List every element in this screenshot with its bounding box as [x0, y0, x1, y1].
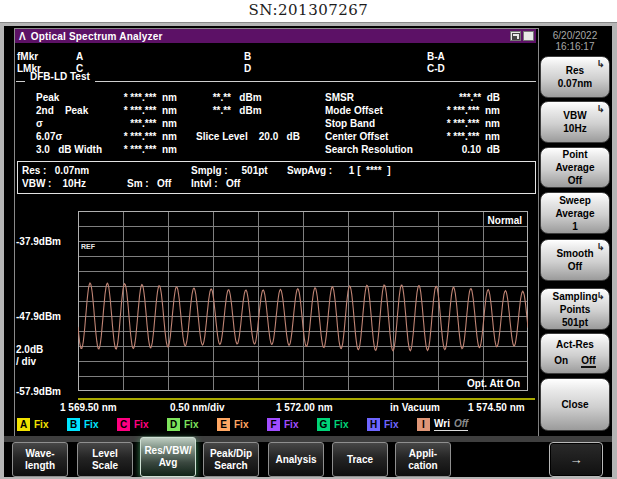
- act-res-off-option[interactable]: Off: [581, 355, 595, 368]
- y-label-ref: -37.9dBm: [16, 236, 61, 247]
- maximize-button[interactable]: [523, 31, 534, 41]
- app-logo-icon: Λ: [19, 31, 26, 42]
- test-row: 6.07σ * ***.*** nm Slice Level 20.0 dB C…: [4, 131, 612, 143]
- trace-a-button[interactable]: A Fix: [17, 418, 48, 431]
- submenu-arrow-icon: ↳: [597, 58, 605, 69]
- submenu-arrow-icon: ↳: [597, 103, 605, 114]
- param-value-1: * ***.*** nm: [60, 92, 177, 103]
- test-row: Peak * ***.*** nm **.** dBm SMSR ***.** …: [4, 92, 612, 104]
- softkey-label: Close: [561, 399, 588, 410]
- x-medium-label: in Vacuum: [390, 402, 440, 413]
- act-res-on-option[interactable]: On: [554, 355, 568, 368]
- trace-letter-badge: H: [367, 418, 380, 431]
- trace-g-button[interactable]: G Fix: [317, 418, 348, 431]
- menu-label: Appli-: [409, 448, 437, 460]
- param-name-right: SMSR: [325, 92, 354, 103]
- param-name-right: Mode Offset: [325, 105, 383, 116]
- submenu-arrow-icon: ↳: [597, 241, 605, 252]
- ref-level-label: REF: [81, 243, 95, 250]
- optical-attenuator-label: Opt. Att On: [467, 378, 520, 389]
- trace-write-state: Wri Off: [434, 418, 468, 431]
- param-value-right: 0.10 dB: [376, 144, 500, 155]
- param-value-2: Slice Level 20.0 dB: [196, 131, 300, 142]
- softkey-point-average[interactable]: Point Average Off: [540, 147, 610, 188]
- trace-e-button[interactable]: E Fix: [217, 418, 248, 431]
- y-scale-unit: / div: [16, 356, 36, 367]
- submenu-arrow-icon: ↳: [597, 290, 605, 301]
- menu-analysis[interactable]: Analysis: [268, 442, 324, 477]
- menu-label: length: [25, 460, 55, 472]
- trace-d-button[interactable]: D Fix: [167, 418, 198, 431]
- datetime-display: 6/20/2022 16:16:17: [540, 30, 610, 52]
- trace-state-label: Fix: [184, 419, 198, 430]
- menu-trace[interactable]: Trace: [332, 442, 388, 477]
- param-value-1: * ***.*** nm: [60, 105, 177, 116]
- softkey-label: Smooth: [556, 248, 593, 259]
- instrument-screen: Λ Optical Spectrum Analyzer 6/20/2022 16…: [4, 26, 612, 477]
- menu-peak-dip-search[interactable]: Peak/Dip Search: [203, 442, 259, 477]
- softkey-smooth[interactable]: ↳ Smooth Off: [540, 239, 610, 281]
- softkey-value: 1: [572, 221, 578, 232]
- softkey-act-res[interactable]: Act-Res On Off: [540, 333, 610, 374]
- status-vbw: VBW : 10Hz: [22, 178, 86, 189]
- menu-application[interactable]: Appli- cation: [395, 442, 451, 477]
- menu-wavelength[interactable]: Wave- length: [12, 442, 68, 477]
- date-text: 6/20/2022: [540, 30, 610, 41]
- trace-h-button[interactable]: H Fix: [367, 418, 398, 431]
- test-section-title: DFB-LD Test: [25, 71, 95, 82]
- softkey-sweep-average[interactable]: Sweep Average 1: [540, 192, 610, 234]
- softkey-value: Off: [568, 261, 582, 272]
- trace-letter-badge: B: [67, 418, 80, 431]
- lmkr-diff: C-D: [427, 63, 445, 74]
- window-titlebar[interactable]: Λ Optical Spectrum Analyzer: [15, 29, 536, 43]
- trace-letter-badge: A: [17, 418, 30, 431]
- menu-res-vbw-avg[interactable]: Res/VBW/ Avg: [140, 437, 196, 477]
- param-value-1: * ***.*** nm: [60, 131, 177, 142]
- y-label-bottom: -57.9dBm: [16, 386, 61, 397]
- trace-f-button[interactable]: F Fix: [267, 418, 298, 431]
- test-row: 3.0 dB Width * ***.*** nm Search Resolut…: [4, 144, 612, 156]
- trace-state-label: Fix: [34, 419, 48, 430]
- param-name-right: Stop Band: [325, 118, 375, 129]
- test-row: 2nd Peak * ***.*** nm **.** dBm Mode Off…: [4, 105, 612, 117]
- status-smplg: Smplg : 501pt: [191, 165, 268, 176]
- menu-label: Res/VBW/: [144, 445, 191, 457]
- trace-state-label: Wri: [434, 418, 450, 429]
- x-center-label: 1 572.00 nm: [276, 402, 333, 413]
- menu-label: Trace: [347, 454, 373, 466]
- softkey-close[interactable]: Close: [540, 378, 610, 431]
- trace-i-button[interactable]: I Wri Off: [417, 418, 468, 431]
- y-scale-value: 2.0dB: [16, 344, 43, 355]
- param-value-right: * ***.*** nm: [376, 118, 500, 129]
- trace-letter-badge: G: [317, 418, 330, 431]
- trace-state-label: Fix: [234, 419, 248, 430]
- menu-label: Peak/Dip: [210, 448, 252, 460]
- trace-letter-badge: I: [417, 418, 430, 431]
- softkey-label: Sampling: [552, 291, 597, 302]
- param-value-right: * ***.*** nm: [376, 105, 500, 116]
- menu-more-button[interactable]: →: [549, 442, 603, 477]
- window-controls: [510, 31, 534, 41]
- softkey-sampling-points[interactable]: ↳ Sampling Points 501pt: [540, 288, 610, 330]
- param-value-2: **.** dBm: [196, 92, 262, 103]
- spectrum-chart: Normal REF Opt. Att On: [78, 211, 528, 391]
- trace-off-label: Off: [454, 418, 468, 429]
- trace-b-button[interactable]: B Fix: [67, 418, 98, 431]
- legend-rule-left: [16, 81, 25, 82]
- status-swpavg: SwpAvg : 1 [ **** ]: [287, 165, 391, 176]
- param-value-1: * ***.*** nm: [60, 144, 177, 155]
- test-section-header: DFB-LD Test: [16, 76, 536, 87]
- menu-level-scale[interactable]: Level Scale: [77, 442, 133, 477]
- softkey-value: 501pt: [562, 317, 588, 328]
- softkey-label: Sweep: [559, 195, 591, 206]
- menu-label: cation: [408, 460, 437, 472]
- fmkr-label: fMkr: [17, 51, 38, 62]
- softkey-label: Point: [563, 149, 588, 160]
- act-res-toggle: On Off: [554, 355, 595, 368]
- x-axis-baseline: [78, 398, 535, 400]
- trace-state-label: Fix: [334, 419, 348, 430]
- softkey-vbw[interactable]: ↳ VBW 10Hz: [540, 101, 610, 143]
- trace-c-button[interactable]: C Fix: [117, 418, 148, 431]
- softkey-res[interactable]: ↳ Res 0.07nm: [540, 56, 610, 98]
- forward-arrow-icon: →: [570, 452, 583, 467]
